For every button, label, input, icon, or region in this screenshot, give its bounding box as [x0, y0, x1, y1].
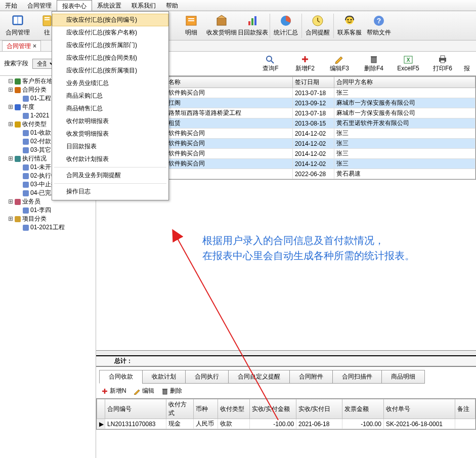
tab-contract-mgmt[interactable]: 合同管理 ×: [2, 40, 41, 51]
doc-icon: [22, 138, 29, 145]
dropdown-item[interactable]: 应收应付汇总(按所属部门): [52, 39, 168, 52]
toolbar-separator: [301, 14, 302, 38]
tree-expander[interactable]: ⊞: [8, 154, 13, 163]
svg-rect-42: [23, 207, 29, 214]
detail-tab[interactable]: 合同执行: [185, 370, 229, 384]
toolbar-help-file[interactable]: ? 帮助文件: [364, 13, 394, 39]
dropdown-item[interactable]: 应收应付汇总(按合同类别): [52, 52, 168, 64]
toolbar-shipment-detail[interactable]: 收发货明细: [206, 13, 237, 39]
dropdown-item[interactable]: 应收应付汇总(按合同编号): [52, 14, 168, 26]
dropdown-item[interactable]: 收付款明细报表: [52, 115, 168, 128]
menu-report-center[interactable]: 报表中心: [57, 0, 92, 11]
dropdown-item[interactable]: 日回款报表: [52, 140, 168, 153]
print-button[interactable]: 打印F6: [427, 55, 458, 73]
detail-tab[interactable]: 商品明细: [381, 370, 425, 384]
menu-contract-mgmt[interactable]: 合同管理: [22, 0, 57, 11]
tree-expander[interactable]: ⊟: [8, 77, 13, 86]
detail-action-label: 新增N: [110, 387, 126, 395]
menu-contact-us[interactable]: 联系我们: [126, 0, 161, 11]
toolbar-contract-mgmt[interactable]: 合同管理: [3, 13, 32, 39]
detail-table-header[interactable]: 币种: [194, 399, 218, 419]
tree-expander[interactable]: ⊞: [8, 103, 13, 111]
detail-table-header[interactable]: 备注: [455, 399, 475, 419]
add-button[interactable]: 新增F2: [290, 55, 320, 73]
tree-child[interactable]: 01-李四: [8, 206, 96, 215]
sign-date-cell: 2022-06-28: [292, 169, 334, 179]
toolbar-stats-summary[interactable]: 统计汇总: [271, 13, 300, 39]
detail-table-header[interactable]: [97, 399, 105, 419]
detail-table-row[interactable]: ▶LN201311070083现金人民币收款-100.002021-06-18-…: [97, 419, 475, 429]
menu-help[interactable]: 帮助: [161, 0, 183, 11]
excel-export-button[interactable]: X ExcelF5: [393, 55, 423, 72]
tree-label: 收付类型: [22, 120, 47, 129]
detail-table-header[interactable]: 实收/实付日: [296, 399, 342, 419]
detail-cell: -100.00: [342, 419, 383, 429]
party-cell: 张三: [334, 129, 475, 139]
svg-rect-37: [23, 164, 29, 171]
detail-delete-button[interactable]: 删除: [161, 387, 182, 395]
toolbar-contract-reminder[interactable]: 合同提醒: [303, 13, 332, 39]
toolbar-contact-support[interactable]: 联系客服: [335, 13, 364, 39]
query-button[interactable]: 查询F: [255, 55, 286, 73]
tree-expander[interactable]: ⊞: [8, 120, 13, 129]
tree-label: 01-工程: [30, 94, 51, 103]
doc-icon: [22, 207, 29, 214]
contract-name-cell: 易速软件购买合同: [154, 159, 292, 169]
detail-table-header[interactable]: 实收/实付金额: [249, 399, 296, 419]
detail-table-header[interactable]: 收付单号: [383, 399, 455, 419]
detail-tab[interactable]: 合同扫描件: [332, 370, 382, 384]
table-header[interactable]: 合同名称: [154, 77, 292, 88]
detail-edit-button[interactable]: 编辑: [134, 387, 154, 395]
toolbar-daily-payment[interactable]: 日回款报表: [237, 13, 269, 39]
dropdown-item[interactable]: 收付款计划报表: [52, 153, 168, 165]
menu-start[interactable]: 开始: [0, 0, 22, 11]
tree-expander[interactable]: ⊞: [8, 86, 13, 94]
detail-table-header[interactable]: 发票金额: [342, 399, 383, 419]
tree-expander[interactable]: ⊞: [8, 197, 13, 206]
detail-table-header[interactable]: 合同编号: [105, 399, 166, 419]
detail-table-header[interactable]: 收付类型: [218, 399, 249, 419]
edit-button[interactable]: 编辑F3: [324, 55, 355, 73]
search-field-label: 搜索字段: [4, 59, 28, 68]
tree-expander[interactable]: ⊞: [8, 215, 13, 223]
sign-date-cell: 2014-12-02: [292, 129, 334, 139]
tab-close-button[interactable]: ×: [33, 43, 36, 50]
svg-rect-4: [45, 19, 50, 20]
dropdown-item[interactable]: 操作日志: [52, 185, 168, 198]
contract-name-cell: 易速软件购买合同: [154, 139, 292, 149]
dropdown-separator: [54, 183, 166, 184]
summary-row: 总计：: [96, 355, 476, 366]
dropdown-item[interactable]: 应收应付汇总(按客户名称): [52, 26, 168, 39]
svg-rect-43: [15, 216, 21, 222]
delete-button[interactable]: 删除F4: [359, 55, 389, 73]
calendar-icon: [14, 104, 21, 111]
tree-node[interactable]: ⊞项目分类: [8, 215, 96, 223]
toolbar-detail[interactable]: 明细: [177, 13, 206, 39]
svg-rect-27: [15, 78, 21, 85]
dropdown-item[interactable]: 应收应付汇总(按所属项目): [52, 64, 168, 77]
detail-add-button[interactable]: 新增N: [101, 387, 126, 395]
detail-tab[interactable]: 合同收款: [99, 370, 143, 384]
tree-child[interactable]: 01-2021工程: [8, 223, 96, 232]
package-icon: [214, 14, 229, 27]
tree-label: 01-收款: [30, 129, 51, 137]
toolbar-label: 统计汇总: [274, 28, 298, 37]
svg-rect-21: [371, 56, 377, 57]
table-header[interactable]: 合同甲方名称: [334, 77, 475, 88]
dropdown-item[interactable]: 合同及业务到期提醒: [52, 169, 168, 182]
detail-tab[interactable]: 合同附件: [289, 370, 333, 384]
detail-tab[interactable]: 合同自定义提醒: [228, 370, 290, 384]
detail-tab[interactable]: 收款计划: [142, 370, 186, 384]
horizontal-scrollbar[interactable]: [96, 350, 476, 355]
detail-cell: 人民币: [194, 419, 218, 429]
table-header[interactable]: 签订日期: [292, 77, 334, 88]
dropdown-item[interactable]: 商品采购汇总: [52, 90, 168, 102]
book-icon: [11, 14, 25, 27]
detail-table-header[interactable]: 收付方式: [166, 399, 193, 419]
menu-system-settings[interactable]: 系统设置: [92, 0, 126, 11]
report-button[interactable]: 报: [462, 55, 472, 73]
dropdown-item[interactable]: 商品销售汇总: [52, 102, 168, 115]
dropdown-item[interactable]: 收发货明细报表: [52, 128, 168, 140]
detail-cell: 收款: [218, 419, 249, 429]
dropdown-item[interactable]: 业务员业绩汇总: [52, 77, 168, 90]
